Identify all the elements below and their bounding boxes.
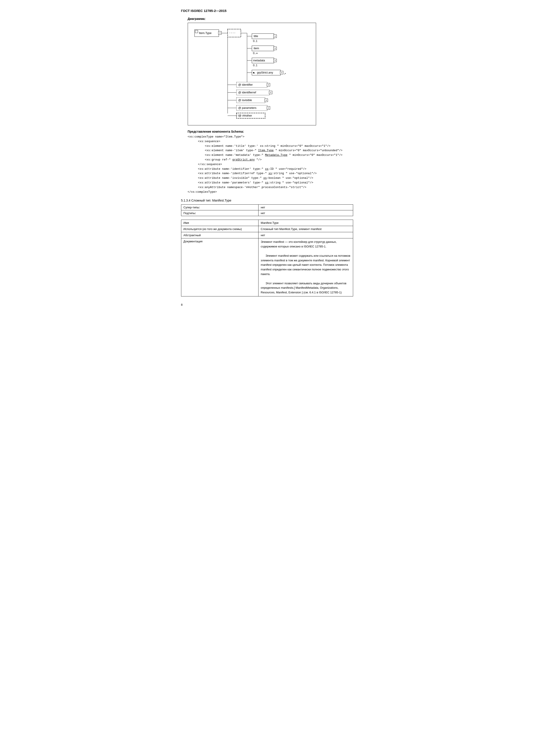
svg-text:item: item	[254, 46, 259, 50]
svg-text:····: ····	[229, 31, 236, 35]
svg-text:0..1: 0..1	[253, 64, 257, 67]
table-row: Используется (из того же документа схемы…	[181, 226, 353, 232]
diagram-container: Item.Type + ···· title + 0..1 item + 0..…	[188, 23, 316, 125]
type-table-label-1: Подтипы:	[181, 210, 259, 216]
type-table-value-0: нет	[259, 204, 353, 210]
svg-text:+: +	[281, 71, 282, 74]
table-row: Имя Manifest.Type	[181, 220, 353, 226]
info-value-2: нет	[259, 232, 353, 238]
svg-text:■.: ■.	[253, 71, 255, 74]
table-row: Документация Элемент manifest — это конт…	[181, 238, 353, 296]
svg-text:@ identifierref: @ identifierref	[238, 91, 256, 94]
page-header: ГОСТ ISO/IEC 12785-2—2015	[181, 9, 353, 13]
svg-text:grpStrict.any: grpStrict.any	[257, 71, 273, 74]
svg-text:@ parameters: @ parameters	[238, 106, 257, 110]
svg-text:+: +	[274, 59, 276, 62]
info-label-2: Абстрактный	[181, 232, 259, 238]
main-info-table: Имя Manifest.Type Используется (из того …	[181, 220, 353, 296]
subsection-header: 5.1.3.4 Сложный тип: Manifest.Type	[181, 199, 353, 202]
svg-text:@ isvisible: @ isvisible	[238, 98, 252, 102]
table-row: Абстрактный нет	[181, 232, 353, 238]
info-value-0: Manifest.Type	[259, 220, 353, 226]
info-label-0: Имя	[181, 220, 259, 226]
table-row: Подтипы: нет	[181, 210, 353, 216]
svg-text:+: +	[268, 107, 269, 109]
diagram-svg: Item.Type + ···· title + 0..1 item + 0..…	[192, 27, 312, 120]
schema-code: <xs:complexType name="Item.Type"> <xs:se…	[188, 135, 353, 194]
svg-text:+: +	[274, 47, 276, 50]
svg-text:Item.Type: Item.Type	[199, 31, 212, 35]
svg-text:+: +	[268, 83, 269, 86]
info-value-1: Сложный тип Manifest.Type, элемент manif…	[259, 226, 353, 232]
svg-text:+: +	[219, 32, 220, 34]
svg-text:+: +	[270, 91, 271, 94]
svg-text:+: +	[274, 35, 276, 38]
type-table: Супер-типы: нет Подтипы: нет	[181, 204, 353, 216]
table-row: Супер-типы: нет	[181, 204, 353, 210]
page-number: 8	[181, 303, 353, 306]
type-table-label-0: Супер-типы:	[181, 204, 259, 210]
svg-text:0..∞: 0..∞	[253, 52, 258, 55]
svg-text:↗: ↗	[284, 72, 286, 75]
subsection-title: Сложный тип: Manifest.Type	[191, 199, 231, 202]
info-value-3: Элемент manifest — это контейнер для стр…	[259, 238, 353, 296]
svg-text:!@ ##other: !@ ##other	[238, 114, 252, 117]
svg-rect-1	[195, 30, 198, 33]
svg-text:metadata: metadata	[253, 59, 265, 62]
info-label-1: Используется (из того же документа схемы…	[181, 226, 259, 232]
svg-text:title: title	[254, 35, 258, 38]
schema-section: Представление компонента Schema: <xs:com…	[188, 130, 353, 194]
subsection-number: 5.1.3.4	[181, 199, 191, 202]
info-label-3: Документация	[181, 238, 259, 296]
svg-text:0..1: 0..1	[253, 40, 257, 42]
type-table-value-1: нет	[259, 210, 353, 216]
svg-text:+: +	[266, 99, 267, 101]
schema-title: Представление компонента Schema:	[188, 130, 353, 133]
svg-text:@ identifier: @ identifier	[238, 83, 253, 86]
diagram-label: Диаграмма:	[188, 17, 353, 20]
